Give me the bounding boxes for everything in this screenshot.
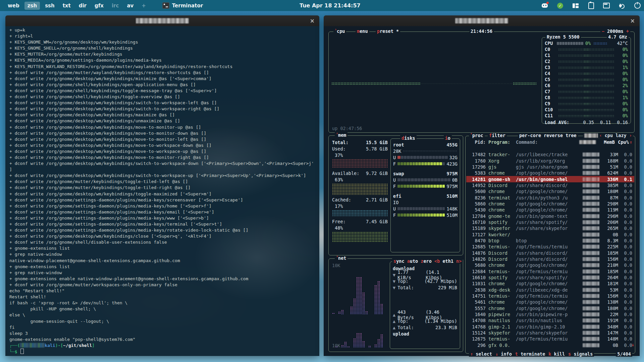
process-row[interactable]: 16710spotify/usr/share/spotify/206M0.0 — [466, 219, 634, 225]
terminal-line: + dconf write /org/gnome/desktop/wm/keyb… — [9, 191, 319, 197]
updates-ok-icon[interactable]: ✓ — [557, 2, 564, 9]
terminal-line: + up=k — [9, 27, 319, 33]
disks-io-toggle[interactable]: io — [444, 135, 452, 141]
cpu-usage-graph-segment — [331, 82, 420, 85]
process-row[interactable]: 12684termius-/opt/Termius/termiu185M0.0 — [466, 268, 634, 275]
terminal-line: + dconf write /org/gnome/desktop/wm/keyb… — [9, 155, 319, 161]
cpu-frequency: 4.7 GHz — [607, 34, 629, 40]
process-row[interactable]: 14768gimp-2.1/usr/bin/gimp-2.10348M0.0 — [466, 324, 634, 330]
process-row[interactable]: 17482tracker-/usr/libexec/tracke33M0.0 — [466, 152, 634, 158]
net-button-auto[interactable]: auto — [407, 258, 421, 264]
mem-percent: 17% — [332, 203, 388, 209]
net-interface-selector[interactable]: <b eth1 n> — [434, 258, 462, 264]
process-row[interactable]: 296gfx_0.0.0B0.0 — [466, 342, 634, 348]
cpu-temp: 42°C — [617, 41, 628, 46]
process-row[interactable]: 17296gjsgjs /usr/share/gnom51M0.0 — [466, 164, 634, 170]
clipboard-icon[interactable] — [588, 2, 594, 9]
process-row[interactable]: 12675termius-/opt/Termius/termiu148M0.0 — [466, 336, 634, 342]
net-bar — [353, 298, 356, 314]
power-icon[interactable] — [634, 2, 641, 9]
right-window-titlebar[interactable]: × — [324, 15, 640, 26]
process-row[interactable]: 17127kworker/0B0.0 — [466, 231, 634, 237]
workspace-txt[interactable]: txt — [60, 2, 74, 10]
user-censored — [583, 343, 599, 347]
process-row[interactable]: 1760Xorg/usr/lib/xorg/Xorg188M0.0 — [466, 158, 634, 164]
workspace-zsh[interactable]: zsh — [24, 2, 40, 10]
process-row[interactable]: 14751termius-/opt/Termius/termiu156M0.0 — [466, 293, 634, 299]
menu-button[interactable]: menu — [356, 28, 369, 34]
left-window-titlebar[interactable]: × — [5, 15, 319, 26]
process-row[interactable]: 12784gnome-te/usr/bin/gnome-text296M0.0 — [466, 213, 634, 219]
process-row[interactable]: 8470btopbtop8.3M0.0 — [466, 238, 634, 244]
uptime: up 02:47:56 — [332, 126, 362, 131]
terminal-line: + dconf write /org/gnome/settings-daemon… — [9, 197, 319, 203]
workspace-gfx[interactable]: gfx — [92, 2, 107, 10]
load-value: 0.11 — [600, 120, 611, 125]
process-row[interactable]: 15124skypefor/usr/share/skypefor147M0.0 — [466, 330, 634, 336]
update-interval[interactable]: − 2000ms + — [600, 28, 630, 34]
process-row[interactable]: 2638xdg-desk/usr/libexec/xdg-de53M0.0 — [466, 287, 634, 293]
proc-option-tree[interactable]: tree — [566, 133, 577, 138]
process-row[interactable]: 5557chrome/opt/google/chrome/180M0.0 — [466, 305, 634, 311]
app-indicator[interactable]: Terminator — [162, 2, 203, 9]
terminal-line: + KEYS_MUTTER=/org/gnome/mutter/keybindi… — [9, 51, 319, 57]
terminal-output[interactable]: + up=k+ right=l+ KEYS_GNOME_WM=/org/gnom… — [5, 26, 319, 356]
process-row[interactable]: 16610spotify/usr/share/spotify/264M0.0 — [466, 275, 634, 281]
close-button[interactable]: × — [630, 15, 635, 26]
workspace-irc[interactable]: irc — [109, 2, 122, 10]
volume-icon[interactable] — [619, 2, 625, 9]
net-button-sync[interactable]: sync — [393, 258, 407, 264]
process-row[interactable]: 5860chrome/opt/google/chrome/298M0.0 — [466, 201, 634, 207]
workspace-+[interactable]: + — [139, 2, 149, 10]
proc-box-title[interactable]: ⁴proc — [469, 133, 485, 138]
shell-input-line[interactable]: └─$ — [9, 349, 319, 355]
proc-action-info[interactable]: ↓ info — [495, 351, 512, 357]
process-row[interactable]: 15189skypefor/usr/share/skypefor265M0.0 — [466, 225, 634, 231]
sort-selector[interactable]: ‹ cpu lazy › — [598, 133, 633, 138]
process-row-selected[interactable]: 14281gnome-sh/usr/bin/gnome-shel336M0.1 — [466, 176, 634, 182]
core-row-C6: C62% — [542, 82, 631, 88]
proc-action-kill[interactable]: k kill — [548, 351, 565, 357]
scroll-down-indicator[interactable]: ↓ — [632, 342, 634, 347]
user-censored — [583, 159, 599, 163]
user-censored — [583, 300, 599, 304]
preset-button[interactable]: preset * — [376, 28, 400, 34]
terminal-line: sleep 3 — [9, 330, 319, 337]
process-row[interactable]: 14708nautilus/usr/bin/nautilus191M0.0 — [466, 317, 634, 323]
user-censored — [583, 312, 599, 316]
process-row[interactable]: 1640pipewire/usr/bin/pipewire-p22M0.0 — [466, 311, 634, 317]
cpu-box-title[interactable]: ¹cpu — [333, 28, 346, 34]
net-button-zero[interactable]: zero — [421, 258, 434, 264]
process-row[interactable]: 11031chrome/opt/google/chrome/181M0.0 — [466, 281, 634, 287]
close-button[interactable]: × — [310, 15, 315, 26]
col-user-censored — [579, 140, 596, 144]
workspace-ssh[interactable]: ssh — [42, 2, 58, 10]
process-row[interactable]: 5430chrome/opt/google/chrome/119M0.0 — [466, 207, 634, 213]
workspace-av[interactable]: av — [124, 2, 137, 10]
proc-option-reverse[interactable]: reverse — [544, 133, 566, 138]
tiling-layout-icon[interactable] — [572, 2, 579, 9]
process-row[interactable]: 14952Discord/usr/share/discord/385M0.0 — [466, 182, 634, 188]
process-row[interactable]: 14876Discord/usr/share/discord/185M0.0 — [466, 250, 634, 256]
disk-free-row: F423G — [391, 161, 460, 167]
proc-action-terminate[interactable]: t terminate — [515, 351, 545, 357]
process-row[interactable]: 5680chrome/opt/google/chrome/210M0.0 — [466, 262, 634, 268]
terminal-line: + dconf write /org/gnome/desktop/wm/keyb… — [9, 148, 319, 155]
process-row[interactable]: 8236terminat/usr/bin/python3 /u87M0.0 — [466, 194, 634, 200]
workspace-web[interactable]: web — [5, 2, 22, 10]
process-row[interactable]: 12685termius-/opt/Termius/termiu225M0.0 — [466, 244, 634, 250]
proc-option-per-core[interactable]: per-core — [519, 133, 544, 138]
mem-box-title[interactable]: ²mem — [335, 132, 347, 138]
proc-action-signals[interactable]: s signals — [568, 351, 593, 357]
terminal-icon[interactable] — [603, 2, 610, 9]
process-row[interactable]: 5461chrome/opt/google/chrome/138M0.0 — [466, 299, 634, 305]
filter-button[interactable]: filter — [488, 133, 507, 138]
process-row[interactable]: 14826Discord/usr/share/discord/156M0.0 — [466, 256, 634, 262]
proc-action-select[interactable]: ↑ select — [470, 351, 492, 357]
process-row[interactable]: 5600chrome/opt/google/chrome/180M0.0 — [466, 188, 634, 194]
workspace-dir[interactable]: dir — [76, 2, 90, 10]
discord-icon[interactable] — [541, 2, 548, 9]
process-row[interactable]: 5383chrome/opt/google/chrome/624M0.0 — [466, 170, 634, 176]
disks-title[interactable]: disks — [400, 135, 417, 141]
net-box-title[interactable]: ³net — [335, 255, 347, 261]
